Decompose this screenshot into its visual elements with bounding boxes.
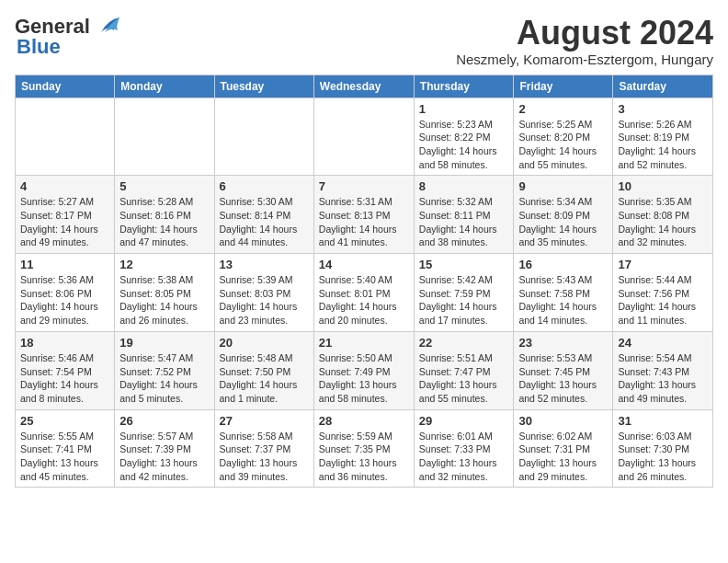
day-info: Sunrise: 5:59 AM Sunset: 7:35 PM Dayligh… <box>319 430 409 484</box>
col-header-friday: Friday <box>514 75 613 98</box>
day-number: 23 <box>518 336 608 350</box>
calendar-cell: 2Sunrise: 5:25 AM Sunset: 8:20 PM Daylig… <box>514 98 613 176</box>
day-number: 31 <box>618 414 708 428</box>
day-info: Sunrise: 5:25 AM Sunset: 8:20 PM Dayligh… <box>518 118 608 172</box>
day-info: Sunrise: 5:51 AM Sunset: 7:47 PM Dayligh… <box>419 351 509 406</box>
calendar-cell <box>115 98 214 176</box>
day-number: 13 <box>220 258 309 271</box>
logo: General Blue <box>15 15 121 59</box>
day-info: Sunrise: 5:55 AM Sunset: 7:41 PM Dayligh… <box>20 430 109 484</box>
calendar-table: SundayMondayTuesdayWednesdayThursdayFrid… <box>15 75 713 488</box>
day-number: 22 <box>419 336 509 350</box>
day-number: 21 <box>319 336 409 350</box>
page-header: General Blue August 2024 Neszmely, Komar… <box>15 15 713 67</box>
day-number: 30 <box>518 414 608 428</box>
day-info: Sunrise: 5:47 AM Sunset: 7:52 PM Dayligh… <box>119 351 209 406</box>
calendar-week-5: 25Sunrise: 5:55 AM Sunset: 7:41 PM Dayli… <box>16 409 713 488</box>
day-number: 18 <box>20 336 109 350</box>
calendar-cell: 19Sunrise: 5:47 AM Sunset: 7:52 PM Dayli… <box>115 331 214 409</box>
day-info: Sunrise: 5:54 AM Sunset: 7:43 PM Dayligh… <box>618 351 708 406</box>
calendar-cell: 18Sunrise: 5:46 AM Sunset: 7:54 PM Dayli… <box>16 331 115 409</box>
calendar-cell: 26Sunrise: 5:57 AM Sunset: 7:39 PM Dayli… <box>115 409 214 488</box>
day-number: 17 <box>618 258 708 271</box>
calendar-cell: 21Sunrise: 5:50 AM Sunset: 7:49 PM Dayli… <box>313 331 414 409</box>
calendar-cell: 28Sunrise: 5:59 AM Sunset: 7:35 PM Dayli… <box>313 409 414 488</box>
calendar-cell: 20Sunrise: 5:48 AM Sunset: 7:50 PM Dayli… <box>214 331 313 409</box>
day-info: Sunrise: 5:40 AM Sunset: 8:01 PM Dayligh… <box>319 273 409 327</box>
calendar-cell: 5Sunrise: 5:28 AM Sunset: 8:16 PM Daylig… <box>115 176 214 254</box>
day-number: 16 <box>518 258 608 271</box>
day-number: 11 <box>20 258 109 271</box>
calendar-cell: 8Sunrise: 5:32 AM Sunset: 8:11 PM Daylig… <box>414 176 514 254</box>
calendar-cell: 14Sunrise: 5:40 AM Sunset: 8:01 PM Dayli… <box>313 254 414 332</box>
day-number: 24 <box>618 336 708 350</box>
calendar-cell: 15Sunrise: 5:42 AM Sunset: 7:59 PM Dayli… <box>414 254 514 332</box>
calendar-cell: 11Sunrise: 5:36 AM Sunset: 8:06 PM Dayli… <box>16 254 115 332</box>
day-number: 4 <box>20 179 109 193</box>
main-title: August 2024 <box>456 15 713 52</box>
day-info: Sunrise: 5:43 AM Sunset: 7:58 PM Dayligh… <box>518 273 608 327</box>
day-info: Sunrise: 5:31 AM Sunset: 8:13 PM Dayligh… <box>319 195 409 249</box>
col-header-thursday: Thursday <box>414 75 514 98</box>
day-number: 6 <box>220 179 309 193</box>
day-info: Sunrise: 5:23 AM Sunset: 8:22 PM Dayligh… <box>419 118 509 172</box>
calendar-cell: 30Sunrise: 6:02 AM Sunset: 7:31 PM Dayli… <box>514 409 613 488</box>
day-info: Sunrise: 5:42 AM Sunset: 7:59 PM Dayligh… <box>419 273 509 327</box>
calendar-cell: 27Sunrise: 5:58 AM Sunset: 7:37 PM Dayli… <box>214 409 313 488</box>
subtitle: Neszmely, Komarom-Esztergom, Hungary <box>456 52 713 67</box>
title-area: August 2024 Neszmely, Komarom-Esztergom,… <box>456 15 713 67</box>
calendar-cell: 3Sunrise: 5:26 AM Sunset: 8:19 PM Daylig… <box>613 98 713 176</box>
day-info: Sunrise: 5:32 AM Sunset: 8:11 PM Dayligh… <box>419 195 509 249</box>
day-number: 5 <box>119 179 209 193</box>
calendar-cell: 31Sunrise: 6:03 AM Sunset: 7:30 PM Dayli… <box>613 409 713 488</box>
calendar-week-1: 1Sunrise: 5:23 AM Sunset: 8:22 PM Daylig… <box>16 98 713 176</box>
calendar-cell: 4Sunrise: 5:27 AM Sunset: 8:17 PM Daylig… <box>16 176 115 254</box>
calendar-week-2: 4Sunrise: 5:27 AM Sunset: 8:17 PM Daylig… <box>16 176 713 254</box>
day-info: Sunrise: 5:44 AM Sunset: 7:56 PM Dayligh… <box>618 273 708 327</box>
logo-blue: Blue <box>17 35 61 59</box>
col-header-monday: Monday <box>115 75 214 98</box>
day-number: 27 <box>220 414 309 428</box>
calendar-cell: 17Sunrise: 5:44 AM Sunset: 7:56 PM Dayli… <box>613 254 713 332</box>
day-info: Sunrise: 5:30 AM Sunset: 8:14 PM Dayligh… <box>220 195 309 249</box>
logo-bird-icon <box>92 16 121 36</box>
day-info: Sunrise: 5:38 AM Sunset: 8:05 PM Dayligh… <box>119 273 209 327</box>
day-info: Sunrise: 5:50 AM Sunset: 7:49 PM Dayligh… <box>319 351 409 406</box>
calendar-cell: 24Sunrise: 5:54 AM Sunset: 7:43 PM Dayli… <box>613 331 713 409</box>
calendar-cell: 29Sunrise: 6:01 AM Sunset: 7:33 PM Dayli… <box>414 409 514 488</box>
day-info: Sunrise: 6:01 AM Sunset: 7:33 PM Dayligh… <box>419 430 509 484</box>
calendar-week-4: 18Sunrise: 5:46 AM Sunset: 7:54 PM Dayli… <box>16 331 713 409</box>
day-number: 1 <box>419 102 509 116</box>
day-info: Sunrise: 5:36 AM Sunset: 8:06 PM Dayligh… <box>20 273 109 327</box>
day-number: 9 <box>518 179 608 193</box>
day-info: Sunrise: 5:57 AM Sunset: 7:39 PM Dayligh… <box>119 430 209 484</box>
day-number: 2 <box>518 102 608 116</box>
day-number: 10 <box>618 179 708 193</box>
col-header-saturday: Saturday <box>613 75 713 98</box>
day-info: Sunrise: 5:53 AM Sunset: 7:45 PM Dayligh… <box>518 351 608 406</box>
calendar-cell: 6Sunrise: 5:30 AM Sunset: 8:14 PM Daylig… <box>214 176 313 254</box>
day-info: Sunrise: 5:28 AM Sunset: 8:16 PM Dayligh… <box>119 195 209 249</box>
day-number: 20 <box>220 336 309 350</box>
day-info: Sunrise: 6:02 AM Sunset: 7:31 PM Dayligh… <box>518 430 608 484</box>
day-number: 26 <box>119 414 209 428</box>
calendar-cell: 16Sunrise: 5:43 AM Sunset: 7:58 PM Dayli… <box>514 254 613 332</box>
day-info: Sunrise: 5:46 AM Sunset: 7:54 PM Dayligh… <box>20 351 109 406</box>
day-number: 12 <box>119 258 209 271</box>
day-info: Sunrise: 5:58 AM Sunset: 7:37 PM Dayligh… <box>220 430 309 484</box>
calendar-cell: 10Sunrise: 5:35 AM Sunset: 8:08 PM Dayli… <box>613 176 713 254</box>
day-info: Sunrise: 5:34 AM Sunset: 8:09 PM Dayligh… <box>518 195 608 249</box>
calendar-header-row: SundayMondayTuesdayWednesdayThursdayFrid… <box>16 75 713 98</box>
col-header-sunday: Sunday <box>16 75 115 98</box>
calendar-cell <box>313 98 414 176</box>
day-number: 3 <box>618 102 708 116</box>
day-number: 14 <box>319 258 409 271</box>
day-info: Sunrise: 5:35 AM Sunset: 8:08 PM Dayligh… <box>618 195 708 249</box>
calendar-cell <box>214 98 313 176</box>
calendar-cell: 7Sunrise: 5:31 AM Sunset: 8:13 PM Daylig… <box>313 176 414 254</box>
day-number: 8 <box>419 179 509 193</box>
day-info: Sunrise: 5:48 AM Sunset: 7:50 PM Dayligh… <box>220 351 309 406</box>
calendar-cell: 1Sunrise: 5:23 AM Sunset: 8:22 PM Daylig… <box>414 98 514 176</box>
calendar-cell: 12Sunrise: 5:38 AM Sunset: 8:05 PM Dayli… <box>115 254 214 332</box>
calendar-cell: 13Sunrise: 5:39 AM Sunset: 8:03 PM Dayli… <box>214 254 313 332</box>
